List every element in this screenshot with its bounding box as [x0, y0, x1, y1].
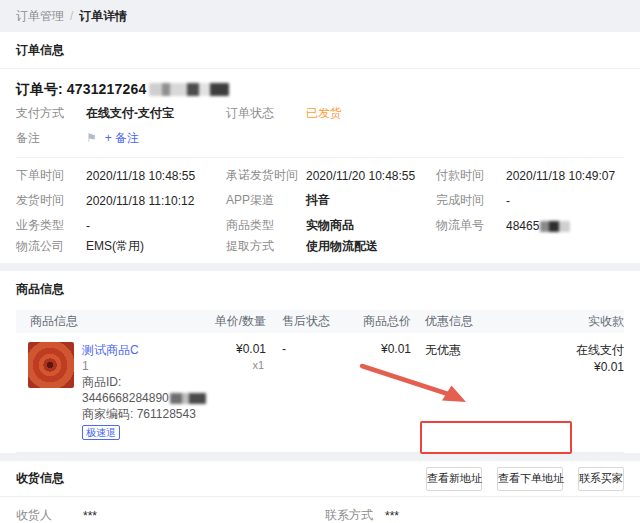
tracking-number-redaction	[540, 221, 570, 232]
order-info-card: 订单信息 订单号:4731217264 支付方式 在线支付-支付宝 订单状态 已…	[0, 32, 640, 263]
field-label: 收货人	[16, 507, 83, 523]
field-label: 承诺发货时间	[226, 167, 306, 184]
fast-refund-tag: 极速退	[82, 425, 120, 440]
order-status-label: 订单状态	[226, 105, 306, 122]
remark-row: 备注 ⚑+ 备注	[0, 126, 640, 151]
product-id-line: 商品ID: 3446668284890	[82, 374, 206, 406]
payment-method-label: 支付方式	[16, 105, 86, 122]
order-number-value: 4731217264	[67, 81, 147, 97]
field-value: 2020/11/18 10:48:55	[86, 169, 226, 183]
field-value: 2020/11/20 10:48:55	[306, 169, 436, 183]
col-discount-info: 优惠信息	[411, 313, 551, 330]
product-info-card: 商品信息 商品信息 单价/数量 售后状态 商品总价 优惠信息 实收款 测试商品C…	[0, 271, 640, 453]
field-value: 使用物流配送	[306, 238, 436, 255]
col-unit-price-qty: 单价/数量	[206, 313, 266, 330]
shipping-section-title: 收货信息	[16, 470, 64, 487]
remark-label: 备注	[16, 130, 86, 147]
breadcrumb-separator: /	[70, 9, 73, 23]
shipping-row-1: 收货人 *** 联系方式 ***	[0, 503, 640, 523]
total-price-cell: ¥0.01	[351, 342, 411, 440]
field-value: 抖音	[306, 192, 436, 209]
field-value: 2020/11/18 10:49:07	[506, 169, 624, 183]
breadcrumb-order-detail: 订单详情	[79, 9, 127, 23]
payment-status-row: 支付方式 在线支付-支付宝 订单状态 已发货	[0, 101, 640, 126]
field-label: 商品类型	[226, 217, 306, 234]
merchant-code-line: 商家编码: 761128543	[82, 406, 206, 422]
received-amount-cell: 在线支付 ¥0.01	[551, 342, 624, 440]
order-number-redaction	[149, 83, 229, 96]
product-section-title: 商品信息	[0, 271, 640, 307]
col-product-info: 商品信息	[16, 313, 206, 330]
order-times-row-2: 发货时间 2020/11/18 11:10:12 APP渠道 抖音 完成时间 -	[0, 188, 640, 213]
order-number-row: 订单号:4731217264	[0, 69, 640, 101]
field-value: 实物商品	[306, 217, 436, 234]
order-times-row-1: 下单时间 2020/11/18 10:48:55 承诺发货时间 2020/11/…	[0, 163, 640, 188]
product-table-header: 商品信息 单价/数量 售后状态 商品总价 优惠信息 实收款	[16, 310, 624, 333]
breadcrumb: 订单管理/订单详情	[0, 0, 640, 32]
product-cell: 测试商品C 1 商品ID: 3446668284890 商家编码: 761128…	[16, 342, 206, 440]
product-row: 测试商品C 1 商品ID: 3446668284890 商家编码: 761128…	[16, 333, 624, 453]
order-times-row-4: 物流公司 EMS(常用) 提取方式 使用物流配送	[0, 238, 640, 263]
order-info-title: 订单信息	[0, 32, 640, 69]
view-order-address-button[interactable]: 查看下单地址	[497, 467, 563, 491]
breadcrumb-order-management[interactable]: 订单管理	[16, 9, 64, 23]
unit-price: ¥0.01	[206, 342, 266, 356]
field-label: 下单时间	[16, 167, 86, 184]
view-new-address-button[interactable]: 查看新地址	[426, 467, 482, 491]
product-spec: 1	[82, 358, 206, 374]
add-remark-link[interactable]: + 备注	[105, 131, 139, 145]
pay-method: 在线支付	[551, 342, 624, 359]
field-label: 提取方式	[226, 238, 306, 255]
order-status-badge: 已发货	[306, 105, 436, 122]
field-value: -	[506, 194, 624, 208]
contact-buyer-button[interactable]: 联系买家	[578, 467, 624, 491]
after-sale-status-cell: -	[266, 342, 351, 440]
order-times-row-3: 业务类型 - 商品类型 实物商品 物流单号 48465	[0, 213, 640, 238]
col-received-amount: 实收款	[551, 313, 624, 330]
field-label: 联系方式	[325, 507, 385, 523]
field-label: APP渠道	[226, 192, 306, 209]
shipping-actions: 查看新地址 查看下单地址 联系买家	[411, 467, 624, 491]
product-name-link[interactable]: 测试商品C	[82, 343, 206, 358]
col-after-sale-status: 售后状态	[266, 313, 351, 330]
field-label: 付款时间	[436, 167, 506, 184]
received-amount: ¥0.01	[551, 359, 624, 376]
field-label: 发货时间	[16, 192, 86, 209]
product-image[interactable]	[28, 342, 74, 388]
order-info-divider	[16, 157, 624, 158]
order-number-label: 订单号:	[16, 81, 63, 97]
flag-icon[interactable]: ⚑	[86, 131, 97, 145]
field-value: ***	[385, 509, 624, 523]
field-label: 完成时间	[436, 192, 506, 209]
field-value: -	[86, 219, 226, 233]
field-value: EMS(常用)	[86, 238, 226, 255]
tracking-number-value: 48465	[506, 219, 624, 233]
quantity: x1	[206, 359, 266, 371]
unit-price-qty-cell: ¥0.01 x1	[206, 342, 266, 440]
discount-cell: 无优惠	[411, 342, 551, 440]
field-value: ***	[83, 509, 325, 523]
payment-method-value: 在线支付-支付宝	[86, 105, 226, 122]
shipping-info-card: 收货信息 查看新地址 查看下单地址 联系买家 收货人 *** 联系方式 *** …	[0, 461, 640, 523]
field-label: 物流单号	[436, 217, 506, 234]
col-total-price: 商品总价	[351, 313, 411, 330]
field-label: 业务类型	[16, 217, 86, 234]
field-label: 物流公司	[16, 238, 86, 255]
field-value: 2020/11/18 11:10:12	[86, 194, 226, 208]
shipping-header: 收货信息 查看新地址 查看下单地址 联系买家	[0, 461, 640, 497]
product-id-redaction	[170, 393, 206, 404]
